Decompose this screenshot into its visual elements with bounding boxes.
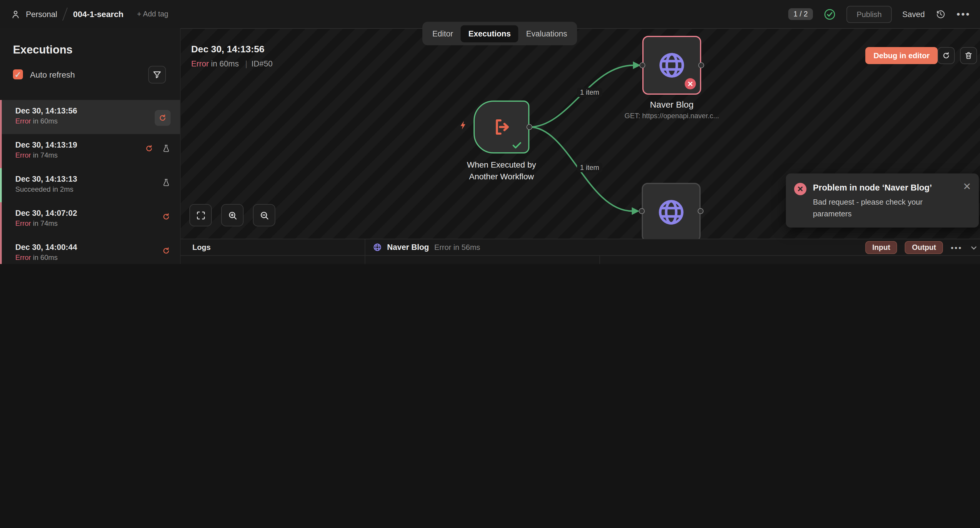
execution-status: Error <box>15 117 31 125</box>
trigger-bolt-icon <box>458 118 468 132</box>
retry-button[interactable] <box>155 110 170 126</box>
node-success-check-icon <box>511 140 522 151</box>
ndv-more-icon[interactable]: ••• <box>951 244 963 251</box>
node-http-request-2[interactable] <box>642 183 701 239</box>
execution-list-item[interactable]: Dec 30, 14:07:02 Error in 74ms <box>0 202 180 236</box>
input-panel: INPUT 1 item T query 한국에서 인기있는 영화목록 5가지 <box>365 256 600 264</box>
zoom-in-icon <box>228 210 237 220</box>
node-detail-view: Naver Blog Error in 56ms Input Output ••… <box>365 239 980 264</box>
node-error-badge: ✕ <box>685 78 696 89</box>
canvas-controls <box>189 204 275 227</box>
globe-icon <box>657 51 686 80</box>
collapse-chevron-icon[interactable] <box>970 244 978 251</box>
execution-duration: in 2ms <box>51 185 73 193</box>
edge-items-label: 1 item <box>577 163 602 172</box>
retry-icon[interactable] <box>162 246 170 255</box>
output-panel: OUTPUT 1 item Bad request - please check… <box>600 256 980 264</box>
edge-items-label: 1 item <box>577 87 602 97</box>
debug-in-editor-button[interactable]: Debug in editor <box>865 47 938 64</box>
input-toggle-button[interactable]: Input <box>865 241 897 254</box>
execution-duration: in 74ms <box>31 151 58 159</box>
test-flask-icon <box>162 144 170 153</box>
execution-list-item[interactable]: Dec 30, 14:00:44 Error in 60ms <box>0 236 180 264</box>
execution-details-panel: Logs Error in 60ms When Executed by Anot… <box>181 239 980 264</box>
tab-editor[interactable]: Editor <box>425 25 461 42</box>
execution-date: Dec 30, 14:07:02 <box>15 208 173 219</box>
node-naver-blog[interactable]: ✕ <box>642 36 701 95</box>
trash-icon <box>964 51 973 60</box>
output-port[interactable] <box>527 124 532 130</box>
execution-list-item[interactable]: Dec 30, 14:13:19 Error in 74ms <box>0 134 180 168</box>
execution-list-item[interactable]: Dec 30, 14:13:56 Error in 60ms <box>0 100 180 134</box>
execute-workflow-trigger-icon <box>491 116 512 138</box>
toast-title: Problem in node ‘Naver Blog’ <box>813 183 970 192</box>
executions-sidebar: Executions ✓ Auto refresh Dec 30, 14:13:… <box>0 28 181 264</box>
view-tabs: Editor Executions Evaluations <box>422 22 577 45</box>
retry-execution-button[interactable] <box>938 47 955 64</box>
execution-list: Dec 30, 14:13:56 Error in 60ms Dec 30, 1… <box>0 100 180 264</box>
tab-executions[interactable]: Executions <box>461 25 519 42</box>
auto-refresh-checkbox[interactable]: ✓ <box>13 70 23 79</box>
workflow-title[interactable]: 004-1-search <box>73 10 124 19</box>
add-tag-button[interactable]: + Add tag <box>137 10 168 18</box>
globe-icon <box>657 198 686 227</box>
ndv-node-status: Error in 56ms <box>434 243 480 252</box>
delete-execution-button[interactable] <box>960 47 977 64</box>
execution-date: Dec 30, 14:00:44 <box>15 242 173 253</box>
execution-duration: in 60ms <box>31 117 58 125</box>
version-badge[interactable]: 1 / 2 <box>788 8 813 20</box>
auto-refresh-label: Auto refresh <box>30 70 75 79</box>
tab-evaluations[interactable]: Evaluations <box>519 25 575 42</box>
logs-panel: Logs Error in 60ms When Executed by Anot… <box>181 239 365 264</box>
execution-status: Error <box>15 253 31 262</box>
auto-refresh-toggle[interactable]: ✓ Auto refresh <box>13 70 75 79</box>
fit-view-icon <box>196 210 205 220</box>
history-icon[interactable] <box>935 9 946 19</box>
check-circle-icon <box>824 8 836 20</box>
execution-list-item[interactable]: Dec 30, 14:13:13 Succeeded in 2ms <box>0 168 180 202</box>
retry-icon[interactable] <box>162 212 170 221</box>
filter-button[interactable] <box>148 66 166 84</box>
breadcrumb-project[interactable]: Personal <box>26 10 57 19</box>
toast-close-icon[interactable]: ✕ <box>963 181 972 193</box>
test-flask-icon <box>162 178 170 187</box>
output-port[interactable] <box>698 62 704 68</box>
logs-title[interactable]: Logs <box>181 239 365 256</box>
execution-duration: in 74ms <box>31 219 58 227</box>
zoom-out-icon <box>259 210 269 220</box>
error-circle-icon: ✕ <box>794 183 807 195</box>
saved-status: Saved <box>902 10 925 19</box>
executions-title: Executions <box>13 43 73 56</box>
fit-view-button[interactable] <box>189 204 212 227</box>
user-icon <box>11 9 21 19</box>
execution-status: Error <box>15 151 31 159</box>
zoom-out-button[interactable] <box>253 204 275 227</box>
zoom-in-button[interactable] <box>221 204 243 227</box>
globe-icon <box>373 243 382 252</box>
filter-icon <box>152 70 162 79</box>
retry-icon[interactable] <box>145 144 154 153</box>
execution-date: Dec 30, 14:13:13 <box>15 173 173 185</box>
toast-message: Bad request - please check your paramete… <box>813 197 957 219</box>
more-menu-icon[interactable]: ••• <box>956 9 970 19</box>
error-toast: ✕ Problem in node ‘Naver Blog’ Bad reque… <box>786 173 979 228</box>
retry-icon <box>158 114 167 122</box>
trigger-node-label: When Executed by Another Workflow <box>435 159 568 182</box>
ndv-node-name: Naver Blog <box>387 243 429 252</box>
retry-icon <box>942 51 951 60</box>
input-port[interactable] <box>639 208 645 214</box>
execution-status: Error <box>15 219 31 227</box>
logs-summary: Error in 60ms <box>181 256 365 264</box>
output-toggle-button[interactable]: Output <box>905 241 943 254</box>
naver-node-label: Naver Blog <box>613 98 730 111</box>
input-port[interactable] <box>640 62 645 68</box>
breadcrumb-separator <box>63 8 68 21</box>
publish-button[interactable]: Publish <box>846 6 891 23</box>
execution-duration: in 60ms <box>31 253 58 262</box>
ndv-header: Naver Blog Error in 56ms Input Output ••… <box>365 239 980 256</box>
n8n-app: Personal 004-1-search + Add tag 1 / 2 Pu… <box>0 0 980 264</box>
output-port[interactable] <box>698 208 703 214</box>
execution-status: Succeeded <box>15 185 51 193</box>
execution-date: Dec 30, 14:13:56 <box>15 105 173 117</box>
naver-node-subtitle: GET: https://openapi.naver.c... <box>598 112 745 120</box>
